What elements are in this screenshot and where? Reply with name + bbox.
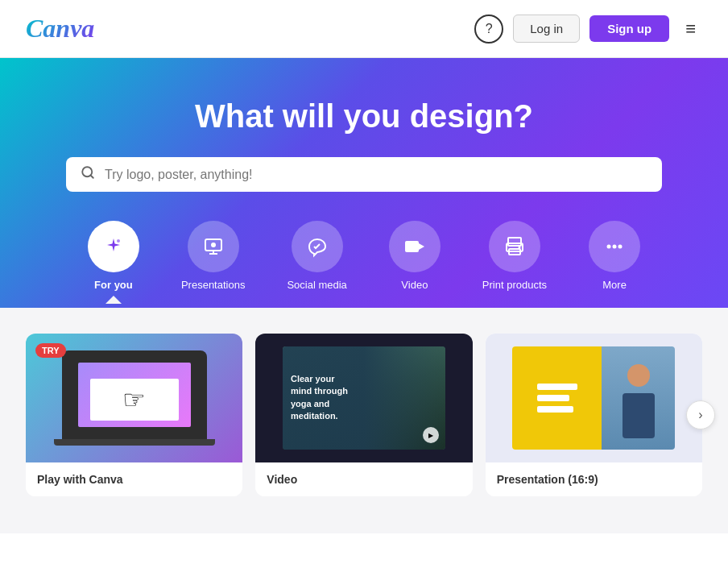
search-icon [81,165,95,184]
try-badge: TRY [35,343,66,358]
svg-point-2 [117,239,120,243]
svg-rect-9 [508,238,521,246]
pres-line-2 [537,395,569,401]
content-section: TRY ☞ Play with C [0,308,728,533]
card-play-title: Play with Canva [37,473,123,486]
search-input[interactable] [105,168,647,182]
next-arrow-button[interactable]: › [686,400,715,429]
presentations-icon [188,221,239,272]
presentations-label: Presentations [181,279,246,291]
card-video[interactable]: Clear yourmind throughyoga andmeditation… [255,334,472,496]
svg-marker-8 [419,243,424,250]
video-overlay-text: Clear yourmind throughyoga andmeditation… [291,373,348,423]
presentation-inner [512,346,675,450]
svg-point-12 [518,247,520,249]
svg-point-14 [613,245,617,249]
social-media-icon [292,221,343,272]
video-icon [389,221,441,272]
card-play-thumbnail: TRY ☞ [26,334,242,462]
search-bar [66,157,662,192]
category-more[interactable]: More [576,221,653,304]
presentation-lines [537,384,577,413]
card-video-thumbnail: Clear yourmind throughyoga andmeditation… [255,334,472,462]
laptop-illustration: ☞ [36,334,231,462]
help-button[interactable]: ? [474,15,503,44]
svg-line-1 [90,175,93,177]
pres-line-3 [537,406,573,413]
more-label: More [602,279,627,291]
hero-title: What will you design? [26,98,702,135]
svg-point-4 [211,243,216,247]
svg-rect-7 [405,241,419,252]
header: Canva ? Log in Sign up ≡ [0,0,728,58]
card-play-info: Play with Canva [26,462,242,496]
category-for-you[interactable]: For you [75,221,152,304]
print-products-label: Print products [482,279,547,291]
cards-row: TRY ☞ Play with C [26,334,702,496]
card-presentation[interactable]: Presentation (16:9) [486,334,702,496]
card-presentation-title: Presentation (16:9) [497,473,598,486]
category-video[interactable]: Video [376,221,453,304]
svg-rect-17 [623,393,655,438]
svg-point-15 [618,245,623,249]
video-label: Video [401,279,428,291]
card-video-title: Video [267,473,297,486]
svg-point-13 [607,245,611,249]
more-icon [589,221,640,272]
for-you-icon [88,221,139,272]
presentation-right [602,346,675,450]
card-play-with-canva[interactable]: TRY ☞ Play with C [26,334,242,496]
presentation-left [512,346,602,450]
for-you-label: For you [94,279,133,291]
card-presentation-info: Presentation (16:9) [486,462,702,496]
hero-section: What will you design? For you [0,58,728,308]
print-products-icon [489,221,540,272]
card-presentation-thumbnail [486,334,702,462]
pres-line-1 [537,384,577,390]
category-social-media[interactable]: Social media [274,221,359,304]
header-right: ? Log in Sign up ≡ [474,15,702,44]
logo[interactable]: Canva [26,14,94,44]
login-button[interactable]: Log in [513,15,580,43]
categories: For you Presentations Social media [26,221,702,304]
video-play-button[interactable]: ▶ [423,427,439,443]
presentation-person [602,346,675,450]
signup-button[interactable]: Sign up [589,15,669,42]
card-video-info: Video [255,462,472,496]
social-media-label: Social media [287,279,346,291]
menu-button[interactable]: ≡ [679,15,702,43]
category-presentations[interactable]: Presentations [168,221,259,304]
cursor-icon: ☞ [122,384,146,415]
video-inner: Clear yourmind throughyoga andmeditation… [283,346,445,450]
category-print-products[interactable]: Print products [469,221,560,304]
svg-point-16 [627,364,650,387]
